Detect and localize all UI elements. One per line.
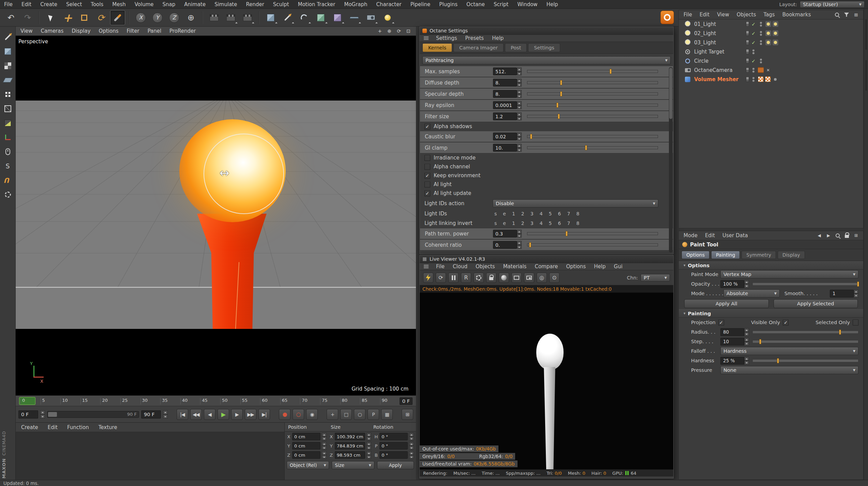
param-stepper[interactable] [517, 79, 522, 87]
menu-item[interactable]: Pipeline [410, 1, 431, 8]
viewport-solo-button[interactable] [1, 145, 14, 158]
smooth-field[interactable]: 1 [830, 290, 854, 298]
octane-live-viewer-button[interactable] [660, 11, 674, 24]
window-menu-icon[interactable] [424, 36, 429, 40]
object-row[interactable]: 02_Light [679, 29, 863, 38]
panel-layout-icon[interactable]: ⊞ [853, 12, 859, 18]
position-field[interactable]: 0 cm [292, 442, 320, 450]
object-name[interactable]: OctaneCamera [694, 67, 746, 73]
x-axis-lock-button[interactable]: X [133, 10, 148, 25]
picture-viewer-button[interactable] [511, 273, 522, 283]
param-slider[interactable] [527, 232, 658, 235]
y-axis-lock-button[interactable]: Y [150, 10, 165, 25]
points-mode-button[interactable] [1, 88, 14, 101]
material-preview-button[interactable] [499, 273, 509, 283]
param-stepper[interactable] [517, 67, 522, 75]
add-camera-button[interactable] [363, 10, 378, 25]
attribute-tab[interactable]: Options [682, 251, 709, 259]
mode-select[interactable]: Absolute [723, 289, 780, 298]
apply-all-button[interactable]: Apply All [684, 299, 769, 308]
z-axis-lock-button[interactable]: Z [167, 10, 182, 25]
object-row[interactable]: 03_Light [679, 38, 863, 47]
frame-range-slider[interactable]: 90 F [47, 411, 139, 418]
hardness-slider[interactable] [752, 359, 858, 362]
attribute-menu-item[interactable]: Mode [683, 232, 698, 239]
size-field[interactable]: 100.392 cm [335, 433, 365, 440]
object-tag-icon[interactable] [746, 58, 749, 64]
dock-handle-strip[interactable] [864, 9, 868, 480]
viewport-menu-item[interactable]: Display [71, 28, 91, 34]
viewport-menu-item[interactable]: View [20, 28, 33, 34]
view-orbit-icon[interactable]: ⟳ [395, 28, 402, 34]
object-tag-icon[interactable] [750, 58, 757, 64]
slider-handle[interactable] [560, 80, 562, 85]
axis-mode-button[interactable] [1, 131, 14, 144]
projection-checkbox[interactable]: ✓ [718, 320, 724, 325]
object-name[interactable]: Circle [694, 58, 746, 64]
selection-tool-button[interactable] [43, 10, 58, 25]
param-slider[interactable] [527, 81, 658, 84]
smooth-stepper[interactable] [854, 290, 858, 298]
param-stepper[interactable] [517, 101, 522, 109]
menu-item[interactable]: Tools [90, 1, 104, 8]
live-viewer-menu-item[interactable]: Materials [503, 263, 527, 270]
param-value-field[interactable]: 0.0001 [493, 101, 517, 109]
object-tag-icon[interactable] [773, 30, 778, 36]
param-slider[interactable] [527, 104, 658, 107]
menu-item[interactable]: Script [493, 1, 509, 8]
next-key-button[interactable]: ▶▶ [245, 409, 256, 420]
slider-handle[interactable] [857, 282, 859, 287]
field-stepper[interactable] [366, 451, 371, 459]
material-menu-item[interactable]: Function [66, 424, 90, 431]
record-position-toggle[interactable]: + [327, 409, 338, 420]
menu-item[interactable]: Edit [21, 1, 32, 8]
visible-only-checkbox[interactable]: ✓ [783, 320, 789, 325]
pause-render-button[interactable] [448, 273, 459, 283]
texture-mode-button[interactable] [1, 59, 14, 72]
draw-spline-button[interactable] [280, 10, 295, 25]
viewport-menu-item[interactable]: Cameras [40, 28, 64, 34]
field-stepper[interactable] [322, 433, 327, 440]
param-value-field[interactable]: 1.2 [493, 112, 517, 120]
object-tag-icon[interactable] [746, 76, 749, 82]
object-name[interactable]: Volume Mesher [694, 76, 746, 82]
live-viewer-titlebar[interactable]: Live Viewer V4.02.1-R3 [420, 255, 673, 263]
viewport-camera-label[interactable]: Perspective [18, 39, 48, 45]
attribute-tab[interactable]: Display [778, 251, 805, 259]
octane-menu-item[interactable]: Presets [465, 35, 485, 42]
lock-icon[interactable] [844, 232, 850, 239]
param-slider[interactable] [527, 146, 658, 149]
make-editable-button[interactable] [1, 31, 14, 44]
options-section-header[interactable]: Options [679, 261, 863, 270]
object-menu-item[interactable]: Edit [699, 11, 710, 18]
timeline-layout-button[interactable]: ⊞ [402, 409, 413, 420]
menu-item[interactable]: Volume [134, 1, 154, 8]
param-slider[interactable] [527, 70, 658, 73]
paint-mode-select[interactable]: Vertex Map [720, 270, 858, 278]
workplane-lock-button[interactable] [1, 188, 14, 201]
menu-item[interactable]: Animate [183, 1, 206, 8]
slider-handle[interactable] [585, 145, 587, 150]
size-field[interactable]: 784.839 cm [335, 442, 365, 450]
object-tag-icon[interactable] [765, 21, 771, 27]
redo-button[interactable]: ↷ [20, 10, 35, 25]
object-name[interactable]: Light Target [694, 49, 746, 55]
slider-handle[interactable] [530, 134, 532, 139]
window-menu-icon[interactable] [424, 265, 429, 268]
falloff-select[interactable]: Hardness [720, 347, 858, 355]
menu-item[interactable]: Help [546, 1, 559, 8]
attribute-tab[interactable]: Painting [711, 251, 740, 259]
object-row[interactable]: Light Target [679, 47, 863, 56]
attribute-menu-item[interactable]: User Data [722, 232, 749, 239]
menu-item[interactable]: File [3, 1, 13, 8]
record-scale-toggle[interactable]: □ [340, 409, 352, 420]
radius-field[interactable]: 80 [720, 328, 744, 336]
kernel-type-select[interactable]: Pathtracing [422, 56, 671, 64]
rotate-tool-button[interactable]: ⟳ [93, 10, 108, 25]
menu-item[interactable]: Character [376, 1, 402, 8]
object-menu-item[interactable]: Tags [763, 11, 775, 18]
goto-start-button[interactable]: |◀ [177, 409, 188, 420]
object-row[interactable]: OctaneCamera [679, 65, 863, 75]
object-tag-icon[interactable] [746, 67, 749, 73]
object-tag-icon[interactable] [750, 21, 757, 27]
